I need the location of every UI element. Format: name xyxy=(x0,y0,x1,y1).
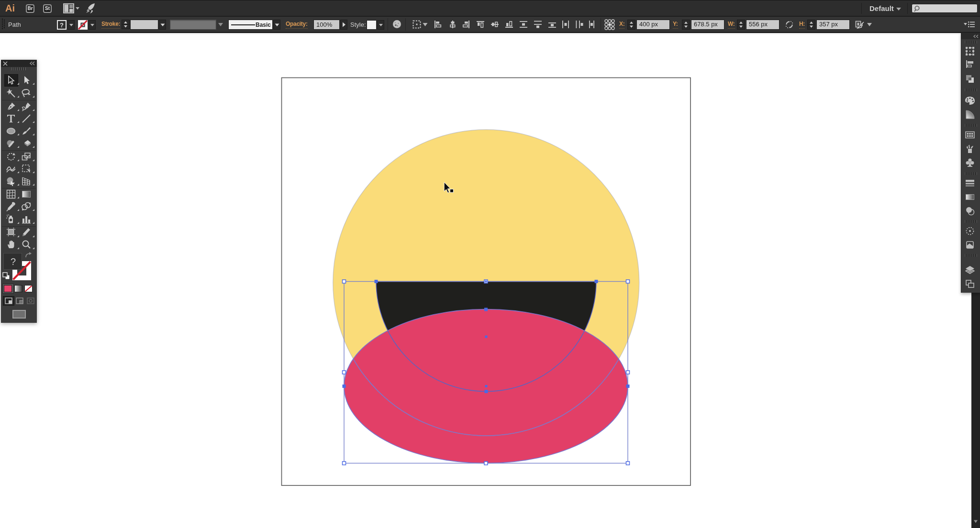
svg-text:100%: 100% xyxy=(316,21,333,28)
svg-text:?: ? xyxy=(60,22,64,29)
